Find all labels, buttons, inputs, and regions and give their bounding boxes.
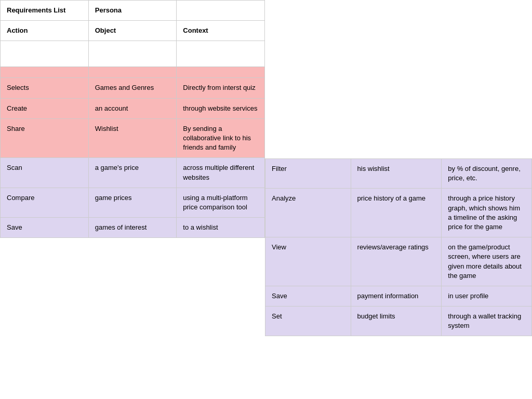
empty-cell-1	[1, 41, 89, 67]
page: Requirements List Persona Action Object …	[0, 0, 532, 399]
object-set: budget limits	[351, 307, 442, 336]
col-action-header: Action	[1, 21, 89, 41]
action-scan: Share	[1, 118, 89, 158]
object-selects	[88, 67, 177, 78]
context-selects	[177, 67, 265, 78]
action-selects	[1, 67, 89, 78]
action-share: Create	[1, 98, 89, 118]
action-view: View	[265, 237, 351, 286]
action-filter: Filter	[265, 159, 351, 189]
header-col1: Requirements List	[1, 1, 89, 21]
table-row: Save games of interest to a wishlist	[1, 218, 265, 238]
action-compare: Scan	[1, 158, 89, 188]
object-compare: a game's price	[88, 158, 177, 188]
header-col2: Persona	[88, 1, 177, 21]
header-row: Requirements List Persona	[1, 1, 265, 21]
header-col3	[177, 1, 265, 21]
object-scan: Wishlist	[88, 118, 177, 158]
object-save: game prices	[88, 188, 177, 217]
table-row: Analyze price history of a game through …	[265, 189, 532, 237]
empty-cell-2	[88, 41, 177, 67]
object-save-payment: payment information	[351, 286, 442, 306]
context-save-payment: in user profile	[442, 286, 532, 306]
context-filter: by % of discount, genre, price, etc.	[442, 159, 532, 189]
object-create: Games and Genres	[88, 78, 177, 98]
action-analyze: Analyze	[265, 189, 351, 237]
table-row: Set budget limits through a wallet track…	[265, 307, 532, 336]
action-save: Compare	[1, 188, 89, 217]
context-compare: across multiple different websites	[177, 158, 265, 188]
context-view: on the game/product screen, where users …	[442, 237, 532, 286]
object-share: an account	[88, 98, 177, 118]
table-row	[1, 67, 265, 78]
col-object-header: Object	[88, 21, 177, 41]
left-requirements-table: Requirements List Persona Action Object …	[0, 0, 265, 238]
action-set: Set	[265, 307, 351, 336]
context-set: through a wallet tracking system	[442, 307, 532, 336]
empty-row	[1, 41, 265, 67]
context-toggle: to a wishlist	[177, 218, 265, 238]
object-filter: his wishlist	[351, 159, 442, 189]
col-context-header: Context	[177, 21, 265, 41]
table-row: Compare game prices using a multi-platfo…	[1, 188, 265, 217]
context-create: Directly from interst quiz	[177, 78, 265, 98]
action-save-payment: Save	[265, 286, 351, 306]
table-row: Filter his wishlist by % of discount, ge…	[265, 159, 532, 189]
table-row: Save payment information in user profile	[265, 286, 532, 306]
context-share: through website services	[177, 98, 265, 118]
action-toggle: Save	[1, 218, 89, 238]
action-create: Selects	[1, 78, 89, 98]
object-analyze: price history of a game	[351, 189, 442, 237]
table-row: Share Wishlist By sending a collaborativ…	[1, 118, 265, 158]
context-save: using a multi-platform price comparison …	[177, 188, 265, 217]
context-scan: By sending a collaborative link to his f…	[177, 118, 265, 158]
table-row: Create an account through website servic…	[1, 98, 265, 118]
table-row: Selects Games and Genres Directly from i…	[1, 78, 265, 98]
right-requirements-table: Filter his wishlist by % of discount, ge…	[265, 158, 532, 336]
empty-cell-3	[177, 41, 265, 67]
table-row: View reviews/average ratings on the game…	[265, 237, 532, 286]
object-view: reviews/average ratings	[351, 237, 442, 286]
object-toggle: games of interest	[88, 218, 177, 238]
context-analyze: through a price history graph, which sho…	[442, 189, 532, 237]
col-header-row: Action Object Context	[1, 21, 265, 41]
table-row: Scan a game's price across multiple diff…	[1, 158, 265, 188]
